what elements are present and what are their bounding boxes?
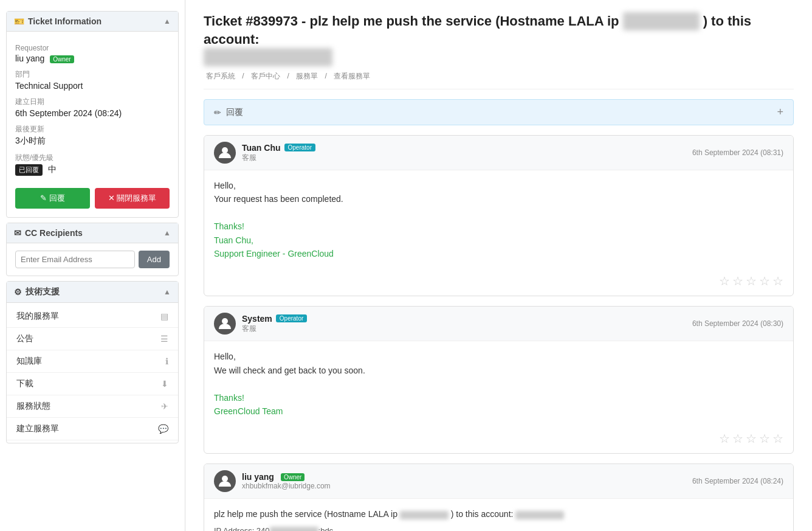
- breadcrumb-item-4[interactable]: 查看服務單: [334, 72, 370, 80]
- status-value: 已回覆 中: [15, 164, 170, 176]
- nav-item-service-status[interactable]: 服務狀態 ✈: [7, 395, 178, 418]
- star-1-4[interactable]: ☆: [759, 274, 770, 288]
- message-header-2: System Operator 客服 6th September 2024 (0…: [204, 307, 793, 341]
- nav-label-knowledge: 知識庫: [16, 356, 42, 367]
- message-header-1: Tuan Chu Operator 客服 6th September 2024 …: [204, 136, 793, 170]
- close-ticket-button[interactable]: ✕ 關閉服務單: [95, 188, 170, 209]
- breadcrumb: 客戶系統 / 客戶中心 / 服務單 / 查看服務單: [204, 71, 794, 89]
- tech-support-label: 技術支援: [26, 286, 60, 297]
- ticket-title: Ticket #839973 - plz help me push the se…: [204, 12, 794, 66]
- sender-info-3: liu yang Owner xhbubkfmak@iubridge.com: [242, 472, 331, 490]
- sender-info-2: System Operator 客服: [242, 314, 307, 334]
- blurred-account-msg: [515, 511, 564, 519]
- created-value: 6th September 2024 (08:24): [15, 108, 170, 118]
- star-1-2[interactable]: ☆: [732, 274, 743, 288]
- tech-icon: ⚙: [14, 287, 22, 297]
- cc-header: ✉ CC Recipients ▲: [7, 223, 178, 243]
- sender-role-2: 客服: [242, 324, 307, 334]
- breadcrumb-item-2[interactable]: 客戶中心: [251, 72, 280, 80]
- main-content: Ticket #839973 - plz help me push the se…: [185, 0, 812, 531]
- owner-badge: Owner: [50, 55, 74, 63]
- action-buttons: ✎ 回覆 ✕ 關閉服務單: [7, 182, 178, 217]
- star-1-5[interactable]: ☆: [772, 274, 783, 288]
- cc-recipients-section: ✉ CC Recipients ▲ Add: [6, 223, 179, 276]
- nav-section-body: 我的服務單 ▤ 公告 ☰ 知識庫 ℹ 下載 ⬇ 服務狀態 ✈ 建立服務單 💬: [7, 303, 178, 443]
- reply-bar-plus-icon[interactable]: +: [777, 106, 783, 119]
- ticket-info-header: 🎫 Ticket Information ▲: [7, 12, 178, 32]
- my-tickets-icon: ▤: [160, 311, 168, 321]
- priority-value: 中: [48, 164, 57, 174]
- nav-label-announcements: 公告: [16, 333, 33, 344]
- cc-email-input[interactable]: [15, 251, 135, 268]
- svg-point-1: [222, 318, 228, 324]
- star-2-1[interactable]: ☆: [719, 431, 730, 446]
- cc-add-button[interactable]: Add: [139, 251, 170, 268]
- tech-support-header: ⚙ 技術支援 ▲: [7, 282, 178, 303]
- cc-label: CC Recipients: [25, 228, 83, 238]
- nav-item-my-tickets[interactable]: 我的服務單 ▤: [7, 305, 178, 328]
- reply-button[interactable]: ✎ 回覆: [15, 188, 90, 209]
- operator-badge-1: Operator: [284, 144, 315, 151]
- sender-name-1: Tuan Chu: [242, 143, 281, 153]
- announcements-icon: ☰: [160, 334, 168, 344]
- pencil-icon: ✏: [214, 108, 221, 117]
- requestor-label: Requestor: [15, 44, 170, 52]
- reply-bar[interactable]: ✏ 回覆 +: [204, 99, 794, 125]
- nav-label-my-tickets: 我的服務單: [16, 311, 59, 322]
- star-1-1[interactable]: ☆: [719, 274, 730, 288]
- operator-badge-2: Operator: [276, 314, 307, 322]
- cc-icon: ✉: [14, 228, 21, 238]
- nav-item-knowledge[interactable]: 知識庫 ℹ: [7, 350, 178, 373]
- message-card-3: liu yang Owner xhbubkfmak@iubridge.com 6…: [204, 463, 794, 531]
- breadcrumb-item-3[interactable]: 服務單: [296, 72, 318, 80]
- tech-support-section: ⚙ 技術支援 ▲ 我的服務單 ▤ 公告 ☰ 知識庫 ℹ 下載 ⬇ 服: [6, 281, 179, 443]
- downloads-icon: ⬇: [161, 379, 168, 389]
- sender-name-2: System: [242, 314, 272, 324]
- star-1-3[interactable]: ☆: [746, 274, 757, 288]
- ticket-info-label: Ticket Information: [28, 16, 102, 26]
- message-text-2: Hello, We will check and get back to you…: [214, 350, 783, 418]
- requestor-value: liu yang Owner: [15, 54, 170, 63]
- dept-value: Technical Support: [15, 81, 170, 91]
- message-body-3: plz help me push the service (Hostname L…: [204, 499, 793, 531]
- requestor-name: liu yang: [15, 54, 44, 63]
- message-card-2: System Operator 客服 6th September 2024 (0…: [204, 306, 794, 454]
- sender-name-3: liu yang: [242, 472, 274, 482]
- star-2-2[interactable]: ☆: [732, 431, 743, 446]
- breadcrumb-item-1[interactable]: 客戶系統: [206, 72, 235, 80]
- cc-chevron-up-icon[interactable]: ▲: [163, 229, 171, 237]
- message-card-1: Tuan Chu Operator 客服 6th September 2024 …: [204, 135, 794, 296]
- sender-info-1: Tuan Chu Operator 客服: [242, 143, 315, 163]
- status-label: 狀態/優先級: [15, 153, 170, 163]
- stars-row-2: ☆ ☆ ☆ ☆ ☆: [204, 426, 793, 453]
- message-time-3: 6th September 2024 (08:24): [692, 477, 783, 485]
- ticket-icon: 🎫: [14, 16, 24, 26]
- blurred-account: qnkunov.hgjadj.com: [204, 48, 332, 66]
- svg-point-2: [222, 476, 228, 482]
- nav-item-downloads[interactable]: 下載 ⬇: [7, 373, 178, 395]
- ticket-info-body: Requestor liu yang Owner 部門 Technical Su…: [7, 32, 178, 182]
- message-time-1: 6th September 2024 (08:31): [692, 148, 783, 157]
- status-badge: 已回覆: [15, 164, 43, 176]
- nav-item-announcements[interactable]: 公告 ☰: [7, 328, 178, 350]
- tech-chevron-up-icon[interactable]: ▲: [163, 288, 171, 296]
- star-2-5[interactable]: ☆: [772, 431, 783, 446]
- chevron-up-icon[interactable]: ▲: [163, 17, 171, 26]
- star-2-3[interactable]: ☆: [746, 431, 757, 446]
- avatar-tuan-chu: [214, 142, 236, 164]
- message-text-3: plz help me push the service (Hostname L…: [214, 507, 783, 521]
- nav-label-service-status: 服務狀態: [16, 401, 50, 412]
- blurred-ip-address: [270, 527, 318, 531]
- star-2-4[interactable]: ☆: [759, 431, 770, 446]
- message-text-1: Hello, Your request has been completed. …: [214, 179, 783, 260]
- ticket-info-section: 🎫 Ticket Information ▲ Requestor liu yan…: [6, 11, 179, 218]
- sender-role-1: 客服: [242, 153, 315, 163]
- blurred-ip-msg: [400, 511, 449, 519]
- updated-label: 最後更新: [15, 124, 170, 134]
- nav-item-create-ticket[interactable]: 建立服務單 💬: [7, 418, 178, 440]
- sender-email-3: xhbubkfmak@iubridge.com: [242, 482, 331, 490]
- service-status-icon: ✈: [161, 401, 168, 411]
- cc-body: Add: [7, 243, 178, 276]
- created-label: 建立日期: [15, 97, 170, 107]
- message-body-2: Hello, We will check and get back to you…: [204, 341, 793, 426]
